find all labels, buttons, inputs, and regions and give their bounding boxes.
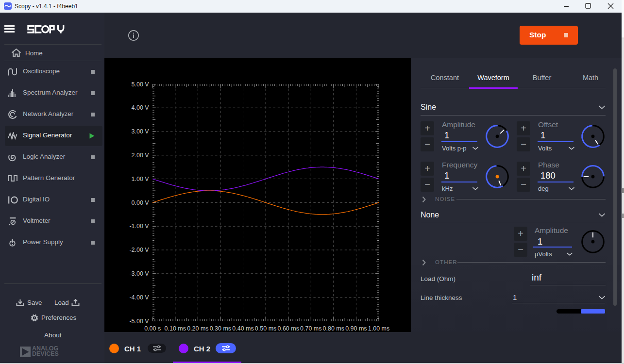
svg-text:0.40 ms: 0.40 ms (232, 325, 253, 332)
svg-text:0.60 ms: 0.60 ms (277, 325, 299, 332)
svg-text:4.00 V: 4.00 V (132, 104, 150, 111)
svg-text:1.00 ms: 1.00 ms (368, 325, 389, 332)
svg-text:-4.00 V: -4.00 V (129, 294, 149, 301)
svg-text:-1.00 V: -1.00 V (129, 223, 149, 230)
svg-text:3.00 V: 3.00 V (132, 128, 150, 135)
svg-text:0.00 s: 0.00 s (144, 325, 161, 332)
svg-text:0.30 ms: 0.30 ms (210, 325, 231, 332)
svg-text:0.00 V: 0.00 V (132, 199, 150, 206)
svg-text:-2.00 V: -2.00 V (129, 247, 149, 253)
svg-text:0.80 ms: 0.80 ms (323, 325, 344, 332)
svg-text:0.50 ms: 0.50 ms (255, 325, 276, 332)
svg-text:0.10 ms: 0.10 ms (165, 325, 186, 332)
svg-text:1.00 V: 1.00 V (132, 176, 150, 182)
svg-text:2.00 V: 2.00 V (132, 152, 150, 159)
svg-text:0.90 ms: 0.90 ms (345, 325, 367, 332)
svg-text:-5.00 V: -5.00 V (129, 318, 149, 325)
svg-text:5.00 V: 5.00 V (132, 81, 150, 88)
svg-text:0.20 ms: 0.20 ms (187, 325, 208, 332)
svg-text:0.70 ms: 0.70 ms (300, 325, 321, 332)
svg-text:-3.00 V: -3.00 V (129, 270, 149, 277)
